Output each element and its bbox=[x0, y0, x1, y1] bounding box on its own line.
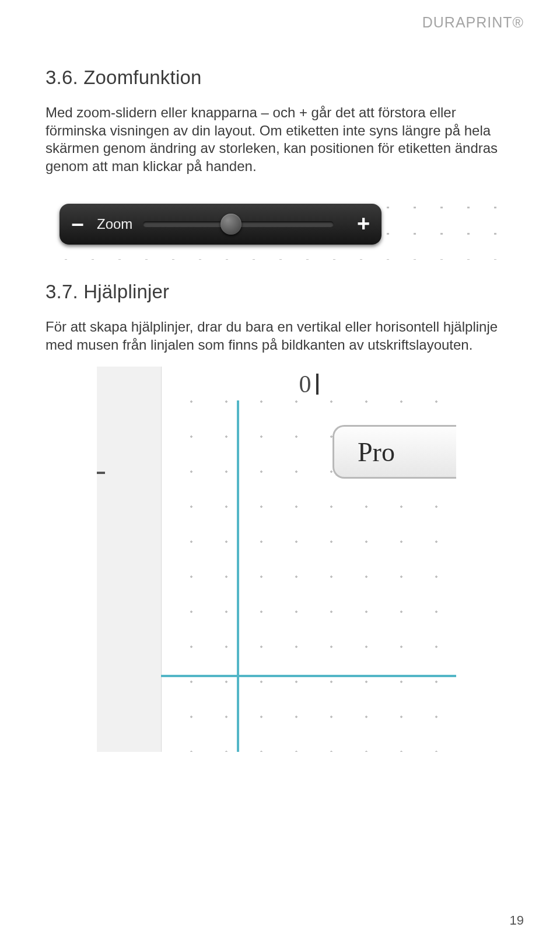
minus-icon: – bbox=[71, 211, 83, 236]
horizontal-guideline[interactable] bbox=[161, 675, 456, 677]
figure-zoom: – Zoom + bbox=[46, 190, 514, 260]
zoom-out-button[interactable]: – bbox=[60, 204, 96, 245]
plus-icon: + bbox=[357, 211, 370, 236]
ruler-left-pane bbox=[97, 367, 162, 752]
page-content: 3.6. Zoomfunktion Med zoom-slidern eller… bbox=[0, 0, 560, 752]
figure-guides: 0 Pro bbox=[97, 367, 456, 752]
vertical-guideline[interactable] bbox=[237, 400, 239, 752]
text-field[interactable]: Pro bbox=[332, 425, 456, 479]
text-field-value: Pro bbox=[358, 437, 395, 468]
zoom-slider-knob[interactable] bbox=[220, 214, 242, 235]
ruler-cursor-icon bbox=[316, 374, 318, 395]
zoom-in-button[interactable]: + bbox=[345, 204, 382, 245]
canvas-area: Pro bbox=[161, 400, 456, 752]
section-heading-guides: 3.7. Hjälplinjer bbox=[46, 281, 514, 303]
section-body-zoom: Med zoom-slidern eller knapparna – och +… bbox=[46, 104, 514, 176]
section-body-guides: För att skapa hjälplinjer, drar du bara … bbox=[46, 318, 514, 354]
ruler-tick bbox=[97, 472, 105, 474]
brand-text: DURAPRINT® bbox=[422, 14, 524, 31]
ruler-zero-label: 0 bbox=[299, 370, 312, 398]
page-number: 19 bbox=[510, 913, 524, 928]
section-heading-zoom: 3.6. Zoomfunktion bbox=[46, 67, 514, 89]
ruler-top: 0 bbox=[161, 370, 456, 399]
zoom-slider-track[interactable] bbox=[143, 221, 334, 227]
zoom-label: Zoom bbox=[97, 216, 132, 232]
zoom-figure-background: – Zoom + bbox=[46, 190, 501, 260]
zoom-toolbar: – Zoom + bbox=[60, 204, 382, 245]
